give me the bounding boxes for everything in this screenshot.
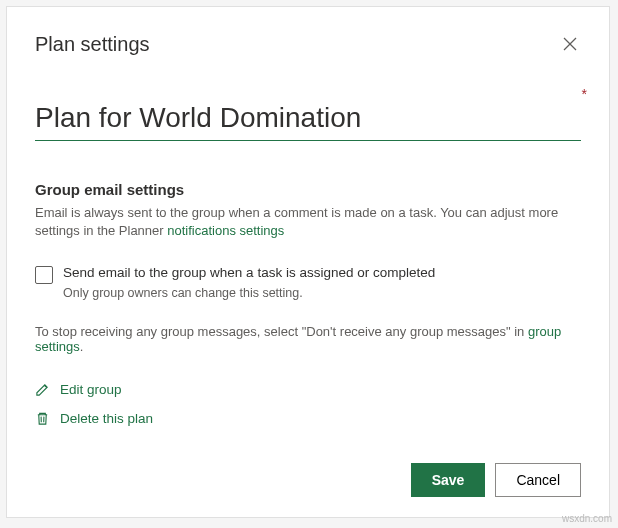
group-email-heading: Group email settings [35, 181, 581, 198]
close-icon [563, 37, 577, 51]
edit-group-label: Edit group [60, 382, 122, 397]
stop-text-suffix: . [80, 339, 84, 354]
pencil-icon [35, 382, 50, 397]
delete-plan-link[interactable]: Delete this plan [35, 411, 581, 426]
close-button[interactable] [559, 33, 581, 58]
send-email-checkbox-label: Send email to the group when a task is a… [63, 265, 435, 280]
plan-settings-dialog: Plan settings * Group email settings Ema… [6, 6, 610, 518]
watermark-text: wsxdn.com [562, 513, 612, 524]
stop-text-prefix: To stop receiving any group messages, se… [35, 324, 528, 339]
cancel-button[interactable]: Cancel [495, 463, 581, 497]
group-email-desc-text: Email is always sent to the group when a… [35, 205, 558, 238]
plan-name-input[interactable] [35, 100, 581, 141]
notifications-settings-link[interactable]: notifications settings [167, 223, 284, 238]
stop-receiving-text: To stop receiving any group messages, se… [35, 324, 581, 354]
delete-plan-label: Delete this plan [60, 411, 153, 426]
edit-group-link[interactable]: Edit group [35, 382, 581, 397]
plan-name-field-wrap: * [35, 100, 581, 141]
checkbox-label-group: Send email to the group when a task is a… [63, 265, 435, 300]
trash-icon [35, 411, 50, 426]
dialog-title: Plan settings [35, 33, 150, 56]
send-email-checkbox-hint: Only group owners can change this settin… [63, 286, 435, 300]
send-email-checkbox-row: Send email to the group when a task is a… [35, 265, 581, 300]
action-links: Edit group Delete this plan [35, 382, 581, 426]
dialog-header: Plan settings [35, 33, 581, 58]
required-indicator: * [582, 86, 587, 102]
save-button[interactable]: Save [411, 463, 486, 497]
dialog-footer: Save Cancel [411, 463, 581, 497]
send-email-checkbox[interactable] [35, 266, 53, 284]
group-email-description: Email is always sent to the group when a… [35, 204, 581, 239]
